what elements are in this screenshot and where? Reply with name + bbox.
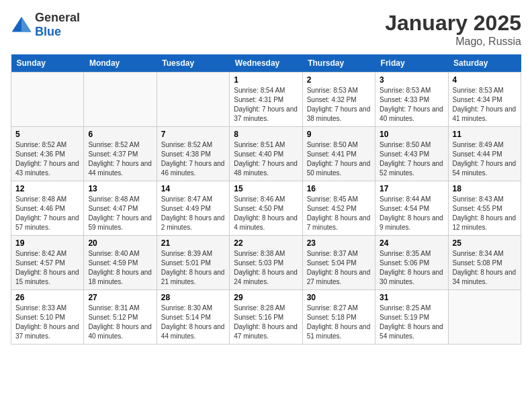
day-info: Sunrise: 8:43 AM Sunset: 4:55 PM Dayligh… xyxy=(453,195,517,232)
calendar-cell: 20Sunrise: 8:40 AM Sunset: 4:59 PM Dayli… xyxy=(84,236,157,290)
calendar-cell: 10Sunrise: 8:50 AM Sunset: 4:43 PM Dayli… xyxy=(375,127,448,181)
day-info: Sunrise: 8:48 AM Sunset: 4:46 PM Dayligh… xyxy=(15,195,79,232)
day-number: 21 xyxy=(161,238,225,248)
day-number: 6 xyxy=(88,130,152,139)
day-number: 23 xyxy=(307,238,371,248)
day-info: Sunrise: 8:45 AM Sunset: 4:52 PM Dayligh… xyxy=(307,195,371,232)
calendar-cell xyxy=(11,73,84,127)
day-number: 30 xyxy=(307,293,371,302)
calendar-cell: 1Sunrise: 8:54 AM Sunset: 4:31 PM Daylig… xyxy=(230,73,302,127)
weekday-header-saturday: Saturday xyxy=(448,54,521,73)
calendar-cell xyxy=(84,73,157,127)
day-info: Sunrise: 8:42 AM Sunset: 4:57 PM Dayligh… xyxy=(15,249,79,287)
day-number: 26 xyxy=(15,293,79,302)
day-number: 14 xyxy=(161,184,225,193)
calendar-cell: 23Sunrise: 8:37 AM Sunset: 5:04 PM Dayli… xyxy=(302,236,375,290)
day-info: Sunrise: 8:50 AM Sunset: 4:43 PM Dayligh… xyxy=(380,140,443,178)
day-info: Sunrise: 8:50 AM Sunset: 4:41 PM Dayligh… xyxy=(307,140,371,178)
calendar-cell: 27Sunrise: 8:31 AM Sunset: 5:12 PM Dayli… xyxy=(84,290,157,345)
logo-blue: Blue xyxy=(35,25,61,38)
calendar-week-row: 26Sunrise: 8:33 AM Sunset: 5:10 PM Dayli… xyxy=(11,290,521,345)
weekday-header-friday: Friday xyxy=(375,54,448,73)
calendar-cell: 22Sunrise: 8:38 AM Sunset: 5:03 PM Dayli… xyxy=(230,236,302,290)
calendar-cell: 4Sunrise: 8:53 AM Sunset: 4:34 PM Daylig… xyxy=(448,73,521,127)
day-info: Sunrise: 8:33 AM Sunset: 5:10 PM Dayligh… xyxy=(15,304,79,341)
day-number: 22 xyxy=(234,238,298,248)
calendar-cell: 21Sunrise: 8:39 AM Sunset: 5:01 PM Dayli… xyxy=(157,236,229,290)
day-info: Sunrise: 8:37 AM Sunset: 5:04 PM Dayligh… xyxy=(307,249,371,287)
day-number: 16 xyxy=(307,184,371,193)
day-info: Sunrise: 8:25 AM Sunset: 5:19 PM Dayligh… xyxy=(380,304,443,341)
logo-text: General Blue xyxy=(35,11,80,39)
calendar-cell: 15Sunrise: 8:46 AM Sunset: 4:50 PM Dayli… xyxy=(230,181,302,236)
weekday-header-wednesday: Wednesday xyxy=(230,54,302,73)
day-number: 7 xyxy=(161,130,225,139)
day-info: Sunrise: 8:53 AM Sunset: 4:33 PM Dayligh… xyxy=(380,86,443,124)
calendar-cell: 25Sunrise: 8:34 AM Sunset: 5:08 PM Dayli… xyxy=(448,236,521,290)
day-info: Sunrise: 8:47 AM Sunset: 4:49 PM Dayligh… xyxy=(161,195,225,232)
calendar-cell xyxy=(157,73,229,127)
weekday-header-thursday: Thursday xyxy=(302,54,375,73)
weekday-header-sunday: Sunday xyxy=(11,54,84,73)
day-number: 17 xyxy=(380,184,443,193)
day-number: 8 xyxy=(234,130,298,139)
calendar-cell: 16Sunrise: 8:45 AM Sunset: 4:52 PM Dayli… xyxy=(302,181,375,236)
calendar-cell xyxy=(448,290,521,345)
day-number: 31 xyxy=(380,293,443,302)
day-info: Sunrise: 8:44 AM Sunset: 4:54 PM Dayligh… xyxy=(380,195,443,232)
day-number: 11 xyxy=(453,130,517,139)
calendar-cell: 29Sunrise: 8:28 AM Sunset: 5:16 PM Dayli… xyxy=(230,290,302,345)
calendar-cell: 9Sunrise: 8:50 AM Sunset: 4:41 PM Daylig… xyxy=(302,127,375,181)
day-number: 3 xyxy=(380,75,443,85)
title-area: January 2025 Mago, Russia xyxy=(385,11,521,48)
calendar-cell: 26Sunrise: 8:33 AM Sunset: 5:10 PM Dayli… xyxy=(11,290,84,345)
day-info: Sunrise: 8:52 AM Sunset: 4:37 PM Dayligh… xyxy=(88,140,152,178)
calendar-cell: 19Sunrise: 8:42 AM Sunset: 4:57 PM Dayli… xyxy=(11,236,84,290)
calendar-cell: 8Sunrise: 8:51 AM Sunset: 4:40 PM Daylig… xyxy=(230,127,302,181)
day-info: Sunrise: 8:52 AM Sunset: 4:36 PM Dayligh… xyxy=(15,140,79,178)
weekday-header-row: SundayMondayTuesdayWednesdayThursdayFrid… xyxy=(11,54,521,73)
calendar-cell: 6Sunrise: 8:52 AM Sunset: 4:37 PM Daylig… xyxy=(84,127,157,181)
day-info: Sunrise: 8:31 AM Sunset: 5:12 PM Dayligh… xyxy=(88,304,152,341)
weekday-header-tuesday: Tuesday xyxy=(157,54,229,73)
day-number: 12 xyxy=(15,184,79,193)
day-number: 4 xyxy=(453,75,517,85)
calendar-cell: 7Sunrise: 8:52 AM Sunset: 4:38 PM Daylig… xyxy=(157,127,229,181)
calendar-cell: 5Sunrise: 8:52 AM Sunset: 4:36 PM Daylig… xyxy=(11,127,84,181)
calendar-cell: 2Sunrise: 8:53 AM Sunset: 4:32 PM Daylig… xyxy=(302,73,375,127)
day-info: Sunrise: 8:27 AM Sunset: 5:18 PM Dayligh… xyxy=(307,304,371,341)
day-info: Sunrise: 8:39 AM Sunset: 5:01 PM Dayligh… xyxy=(161,249,225,287)
day-info: Sunrise: 8:34 AM Sunset: 5:08 PM Dayligh… xyxy=(453,249,517,287)
page-header: General Blue January 2025 Mago, Russia xyxy=(11,11,521,48)
calendar-cell: 14Sunrise: 8:47 AM Sunset: 4:49 PM Dayli… xyxy=(157,181,229,236)
day-number: 29 xyxy=(234,293,298,302)
day-info: Sunrise: 8:54 AM Sunset: 4:31 PM Dayligh… xyxy=(234,86,298,124)
day-info: Sunrise: 8:49 AM Sunset: 4:44 PM Dayligh… xyxy=(453,140,517,178)
location-title: Mago, Russia xyxy=(385,36,521,48)
day-info: Sunrise: 8:53 AM Sunset: 4:32 PM Dayligh… xyxy=(307,86,371,124)
day-info: Sunrise: 8:52 AM Sunset: 4:38 PM Dayligh… xyxy=(161,140,225,178)
calendar-week-row: 1Sunrise: 8:54 AM Sunset: 4:31 PM Daylig… xyxy=(11,73,521,127)
day-number: 5 xyxy=(15,130,79,139)
logo-icon xyxy=(11,15,32,34)
calendar-cell: 13Sunrise: 8:48 AM Sunset: 4:47 PM Dayli… xyxy=(84,181,157,236)
day-info: Sunrise: 8:46 AM Sunset: 4:50 PM Dayligh… xyxy=(234,195,298,232)
calendar-cell: 12Sunrise: 8:48 AM Sunset: 4:46 PM Dayli… xyxy=(11,181,84,236)
calendar-cell: 18Sunrise: 8:43 AM Sunset: 4:55 PM Dayli… xyxy=(448,181,521,236)
day-info: Sunrise: 8:51 AM Sunset: 4:40 PM Dayligh… xyxy=(234,140,298,178)
calendar-cell: 24Sunrise: 8:35 AM Sunset: 5:06 PM Dayli… xyxy=(375,236,448,290)
day-number: 15 xyxy=(234,184,298,193)
day-info: Sunrise: 8:28 AM Sunset: 5:16 PM Dayligh… xyxy=(234,304,298,341)
calendar-week-row: 19Sunrise: 8:42 AM Sunset: 4:57 PM Dayli… xyxy=(11,236,521,290)
day-number: 10 xyxy=(380,130,443,139)
day-info: Sunrise: 8:38 AM Sunset: 5:03 PM Dayligh… xyxy=(234,249,298,287)
calendar-cell: 28Sunrise: 8:30 AM Sunset: 5:14 PM Dayli… xyxy=(157,290,229,345)
calendar-table: SundayMondayTuesdayWednesdayThursdayFrid… xyxy=(11,54,521,345)
day-number: 24 xyxy=(380,238,443,248)
day-info: Sunrise: 8:40 AM Sunset: 4:59 PM Dayligh… xyxy=(88,249,152,287)
weekday-header-monday: Monday xyxy=(84,54,157,73)
day-number: 27 xyxy=(88,293,152,302)
month-title: January 2025 xyxy=(385,11,521,36)
day-info: Sunrise: 8:35 AM Sunset: 5:06 PM Dayligh… xyxy=(380,249,443,287)
day-number: 19 xyxy=(15,238,79,248)
